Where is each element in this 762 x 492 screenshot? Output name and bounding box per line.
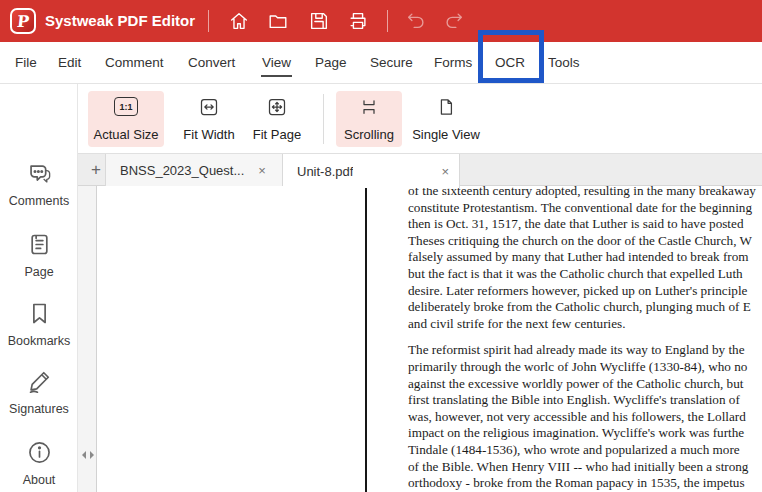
app-logo-icon: P <box>10 8 36 34</box>
comments-icon <box>26 160 53 187</box>
fit-page-button[interactable]: Fit Page <box>246 91 308 147</box>
pdf-text-line: and civil strife for the next few centur… <box>408 316 762 333</box>
tab-label: Unit-8.pdf <box>297 164 353 179</box>
scanned-page-edge <box>365 186 367 492</box>
pdf-text-line: falsely assumed by many that Luther had … <box>408 249 762 266</box>
fit-page-label: Fit Page <box>253 127 301 142</box>
undo-icon[interactable] <box>405 10 427 32</box>
pdf-editor-window: P Systweak PDF Editor File Edit Comment … <box>0 0 762 492</box>
scrolling-label: Scrolling <box>344 127 394 142</box>
page-icon <box>26 231 53 258</box>
pdf-text-line: then is Oct. 31, 1517, the date that Lut… <box>408 216 762 233</box>
sidebar-item-label: Signatures <box>0 402 78 416</box>
pdf-text-line: but the fact is that it was the Catholic… <box>408 266 762 283</box>
resize-arrows-icon <box>81 450 95 460</box>
pdf-text-line: deliberately broke from the Catholic chu… <box>408 299 762 316</box>
titlebar-divider <box>387 10 388 32</box>
title-bar: P Systweak PDF Editor <box>0 0 762 42</box>
pdf-text-line: was, however, not very accessible and hi… <box>408 409 762 426</box>
single-view-label: Single View <box>412 127 480 142</box>
menu-edit[interactable]: Edit <box>58 42 81 84</box>
fit-page-icon <box>266 97 288 117</box>
scrolling-icon <box>357 97 381 117</box>
toolbar-divider <box>323 94 324 144</box>
single-view-button[interactable]: Single View <box>408 91 484 147</box>
actual-size-button[interactable]: 1:1 Actual Size <box>88 91 164 147</box>
pdf-text-line: of the sixteenth century adopted, result… <box>408 186 762 200</box>
pdf-page-text: of the sixteenth century adopted, result… <box>408 186 762 492</box>
pdf-text-line: desire. Later reformers however, picked … <box>408 283 762 300</box>
app-title: Systweak PDF Editor <box>45 0 195 42</box>
fit-width-button[interactable]: Fit Width <box>176 91 242 147</box>
pdf-text-line: constitute Protestantism. The convention… <box>408 200 762 217</box>
close-tab-icon[interactable]: × <box>441 164 449 179</box>
tab-bnss-pdf[interactable]: BNSS_2023_Quest... × <box>105 154 283 187</box>
pdf-text-line: primarily through the worlc of John Wycl… <box>408 359 762 376</box>
menu-comment[interactable]: Comment <box>105 42 164 84</box>
fit-width-label: Fit Width <box>183 127 234 142</box>
tab-unit8-pdf[interactable]: Unit-8.pdf × <box>283 154 460 188</box>
print-icon[interactable] <box>347 10 369 32</box>
menu-view[interactable]: View <box>262 42 291 84</box>
document-viewport[interactable]: of the sixteenth century adopted, result… <box>78 186 762 492</box>
menu-secure[interactable]: Secure <box>370 42 413 84</box>
menu-file[interactable]: File <box>15 42 37 84</box>
pdf-text-line: first translating the Bible into English… <box>408 392 762 409</box>
sidebar-item-label: About <box>0 473 78 487</box>
about-icon <box>26 439 53 466</box>
sidebar-item-about[interactable]: About <box>0 439 78 487</box>
sidebar-item-label: Page <box>0 265 78 279</box>
single-page-icon <box>436 97 456 117</box>
home-icon[interactable] <box>228 10 250 32</box>
fit-width-icon <box>198 97 220 117</box>
pdf-text-line: Theses critiquing the church on the door… <box>408 233 762 250</box>
new-tab-button[interactable]: + <box>85 159 107 181</box>
open-folder-icon[interactable] <box>267 10 289 32</box>
sidebar-item-page[interactable]: Page <box>0 231 78 279</box>
menu-tools[interactable]: Tools <box>548 42 580 84</box>
save-icon[interactable] <box>308 10 330 32</box>
menu-bar: File Edit Comment Convert View Page Secu… <box>0 42 762 84</box>
ocr-highlight-box <box>478 30 544 83</box>
sidebar-item-signatures[interactable]: Signatures <box>0 368 78 416</box>
pdf-text-line: of the Bible. When Henry VIII -- who had… <box>408 459 762 476</box>
pdf-text-line: against the excessive worldly power of t… <box>408 376 762 393</box>
view-toolbar: 1:1 Actual Size Fit Width Fit Page Scrol… <box>0 84 762 153</box>
document-tab-bar: + BNSS_2023_Quest... × Unit-8.pdf × <box>78 153 762 186</box>
panel-resize-handle[interactable] <box>79 447 96 463</box>
left-sidebar: Comments Page Bookmarks Signatures <box>0 84 78 492</box>
menu-forms[interactable]: Forms <box>434 42 472 84</box>
tab-label: BNSS_2023_Quest... <box>120 163 244 178</box>
close-tab-icon[interactable]: × <box>258 163 266 178</box>
sidebar-item-comments[interactable]: Comments <box>0 160 78 208</box>
pdf-text-line: orthodoxy - broke from the Roman papacy … <box>408 475 762 492</box>
bookmarks-icon <box>26 300 53 327</box>
navigation-panel-strip <box>78 186 97 492</box>
menu-convert[interactable]: Convert <box>188 42 235 84</box>
actual-size-label: Actual Size <box>93 127 158 142</box>
pdf-text-line: Tindale (1484-1536), who wrote and popul… <box>408 442 762 459</box>
sidebar-item-label: Bookmarks <box>0 334 78 348</box>
active-menu-underline <box>261 75 292 77</box>
signatures-icon <box>26 368 53 395</box>
redo-icon[interactable] <box>443 10 465 32</box>
actual-size-icon: 1:1 <box>114 97 138 116</box>
menu-page[interactable]: Page <box>315 42 347 84</box>
pdf-text-line: The reformist spirit had already made it… <box>408 342 762 359</box>
sidebar-item-bookmarks[interactable]: Bookmarks <box>0 300 78 348</box>
pdf-text-line: impact on the religious imagination. Wyc… <box>408 425 762 442</box>
scrolling-button[interactable]: Scrolling <box>336 91 402 147</box>
sidebar-item-label: Comments <box>0 194 78 208</box>
titlebar-divider <box>208 10 209 32</box>
